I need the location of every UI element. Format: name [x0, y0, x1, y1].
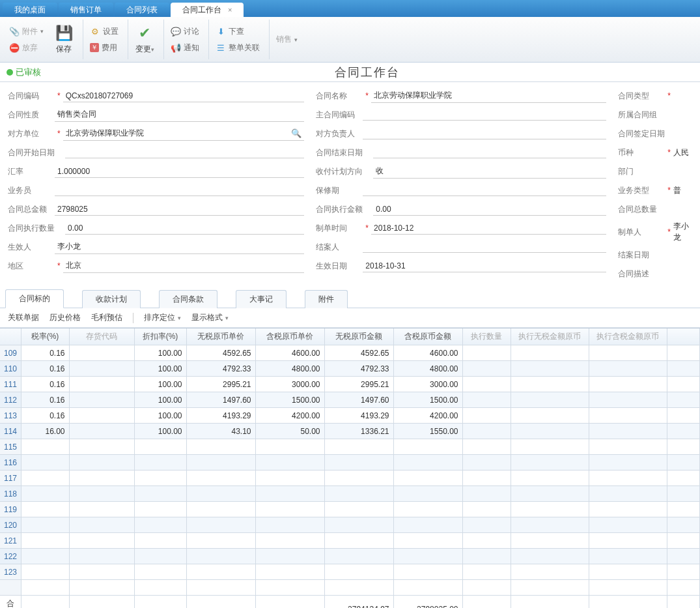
cell-exec-incl[interactable]	[589, 502, 667, 517]
cell-excl-price[interactable]	[186, 439, 255, 455]
cell-exec-qty[interactable]	[462, 424, 511, 439]
cell-excl-amount[interactable]	[324, 533, 393, 549]
table-row[interactable]: 117	[0, 470, 700, 486]
cell-inventory-code[interactable]	[69, 408, 134, 424]
total-amount-field[interactable]: 2798025	[55, 203, 304, 216]
cell-exec-qty[interactable]	[462, 345, 511, 361]
cell-excl-price[interactable]	[186, 533, 255, 549]
cell-exec-excl[interactable]	[511, 408, 589, 424]
cell-excl-amount[interactable]	[324, 455, 393, 470]
cell-exec-incl[interactable]	[589, 549, 667, 564]
cell-discount-rate[interactable]	[134, 564, 186, 580]
cell-exec-incl[interactable]	[589, 486, 667, 502]
cell-discount-rate[interactable]	[134, 533, 186, 549]
cell-tax-rate[interactable]	[21, 549, 69, 564]
notify-button[interactable]: 📢通知	[167, 41, 203, 55]
fee-button[interactable]: ￥费用	[86, 41, 122, 55]
cell-inventory-code[interactable]	[69, 564, 134, 580]
cell-incl-price[interactable]: 50.00	[255, 424, 324, 439]
cell-excl-price[interactable]	[186, 564, 255, 580]
cell-excl-amount[interactable]: 1497.60	[324, 392, 393, 408]
attachment-button[interactable]: 📎附件▾	[5, 25, 48, 38]
rate-field[interactable]: 1.000000	[55, 166, 304, 178]
cell-inventory-code[interactable]	[69, 486, 134, 502]
col-excl-price[interactable]: 无税原币单价	[186, 328, 255, 345]
effect-date-field[interactable]: 2018-10-31	[363, 260, 606, 272]
cell-exec-excl[interactable]	[511, 533, 589, 549]
tab-desktop[interactable]: 我的桌面	[3, 3, 57, 17]
cell-exec-qty[interactable]	[462, 455, 511, 470]
cell-discount-rate[interactable]: 100.00	[134, 345, 186, 361]
cell-tax-rate[interactable]	[21, 564, 69, 580]
col-tax-rate[interactable]: 税率(%)	[21, 328, 69, 345]
table-row[interactable]: 1120.16100.001497.601500.001497.601500.0…	[0, 392, 700, 408]
subtab-payment[interactable]: 收款计划	[82, 290, 141, 308]
cell-exec-excl[interactable]	[511, 486, 589, 502]
cell-incl-amount[interactable]: 1550.00	[393, 424, 462, 439]
cell-tax-rate[interactable]	[21, 517, 69, 533]
warranty-field[interactable]	[363, 184, 606, 196]
cell-inventory-code[interactable]	[69, 549, 134, 564]
cell-exec-incl[interactable]	[589, 361, 667, 377]
salesperson-field[interactable]	[55, 184, 304, 196]
cell-tax-rate[interactable]	[21, 533, 69, 549]
table-row[interactable]: 115	[0, 439, 700, 455]
disp-fmt-button[interactable]: 显示格式▾	[191, 312, 229, 323]
cell-incl-price[interactable]	[255, 517, 324, 533]
cell-exec-excl[interactable]	[511, 439, 589, 455]
cell-exec-excl[interactable]	[511, 455, 589, 470]
tab-contract-list[interactable]: 合同列表	[115, 3, 169, 17]
cell-exec-qty[interactable]	[462, 533, 511, 549]
cell-discount-rate[interactable]: 100.00	[134, 377, 186, 392]
cell-incl-price[interactable]	[255, 486, 324, 502]
cell-incl-amount[interactable]	[393, 502, 462, 517]
cell-incl-amount[interactable]	[393, 486, 462, 502]
table-row[interactable]: 11416.00100.0043.1050.001336.211550.00	[0, 424, 700, 439]
cell-incl-price[interactable]: 3000.00	[255, 377, 324, 392]
plan-dir-field[interactable]: 收	[373, 164, 606, 179]
subtab-terms[interactable]: 合同条款	[159, 290, 217, 308]
cell-excl-amount[interactable]	[324, 439, 393, 455]
opp-owner-field[interactable]	[363, 128, 606, 139]
cell-tax-rate[interactable]	[21, 439, 69, 455]
cell-incl-amount[interactable]: 1500.00	[393, 392, 462, 408]
cell-tax-rate[interactable]: 0.16	[21, 377, 69, 392]
cell-inventory-code[interactable]	[69, 502, 134, 517]
cell-exec-excl[interactable]	[511, 549, 589, 564]
cell-tax-rate[interactable]: 0.16	[21, 345, 69, 361]
table-row[interactable]: 1110.16100.002995.213000.002995.213000.0…	[0, 377, 700, 392]
subtab-subject[interactable]: 合同标的	[5, 289, 64, 308]
cell-excl-price[interactable]	[186, 502, 255, 517]
cell-excl-amount[interactable]: 4592.65	[324, 345, 393, 361]
cell-exec-excl[interactable]	[511, 345, 589, 361]
cell-tax-rate[interactable]	[21, 486, 69, 502]
cell-inventory-code[interactable]	[69, 470, 134, 486]
cell-incl-amount[interactable]: 4800.00	[393, 361, 462, 377]
cell-exec-qty[interactable]	[462, 470, 511, 486]
cell-discount-rate[interactable]	[134, 549, 186, 564]
cell-exec-qty[interactable]	[462, 408, 511, 424]
col-exec-incl[interactable]: 执行含税金额原币	[589, 328, 667, 345]
save-button[interactable]: 💾 保存	[50, 22, 77, 58]
col-discount-rate[interactable]: 折扣率(%)	[134, 328, 186, 345]
effector-field[interactable]: 李小龙	[55, 240, 304, 254]
cell-exec-incl[interactable]	[589, 392, 667, 408]
cell-incl-price[interactable]: 1500.00	[255, 392, 324, 408]
issue-button[interactable]: ⬇下查	[212, 25, 264, 38]
cell-excl-price[interactable]: 1497.60	[186, 392, 255, 408]
rel-doc-button[interactable]: 关联单据	[8, 312, 39, 323]
cell-incl-price[interactable]: 4200.00	[255, 408, 324, 424]
tab-sales-order[interactable]: 销售订单	[59, 3, 113, 17]
cell-exec-incl[interactable]	[589, 345, 667, 361]
cell-incl-price[interactable]: 4600.00	[255, 345, 324, 361]
cell-discount-rate[interactable]	[134, 470, 186, 486]
table-row[interactable]: 116	[0, 455, 700, 470]
cell-exec-incl[interactable]	[589, 470, 667, 486]
cell-inventory-code[interactable]	[69, 345, 134, 361]
cell-discount-rate[interactable]: 100.00	[134, 392, 186, 408]
cell-exec-incl[interactable]	[589, 408, 667, 424]
cell-discount-rate[interactable]: 100.00	[134, 408, 186, 424]
cell-discount-rate[interactable]	[134, 455, 186, 470]
cell-excl-amount[interactable]: 1336.21	[324, 424, 393, 439]
cell-tax-rate[interactable]: 0.16	[21, 408, 69, 424]
